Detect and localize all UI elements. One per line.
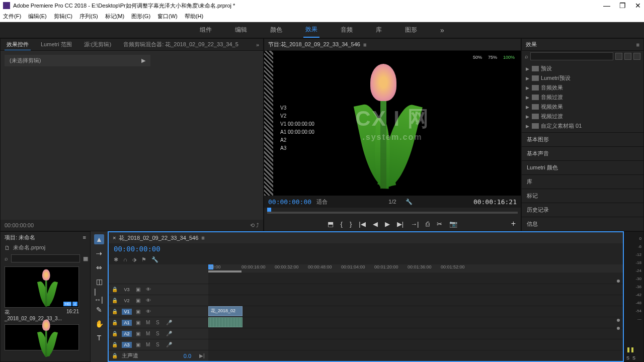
tab-essential-graphics[interactable]: 基本图形 (522, 132, 643, 146)
track-v1[interactable]: 🔒V1▣👁 (109, 306, 208, 317)
workspace-assembly[interactable]: 组件 (198, 23, 214, 37)
tab-history[interactable]: 历史记录 (522, 203, 643, 217)
master-value[interactable]: 0.0 (184, 353, 191, 359)
program-zoom-select[interactable]: 1/2 (388, 199, 396, 205)
no-clip-row[interactable]: (未选择剪辑) ▶ (5, 55, 150, 66)
razor-tool[interactable]: ◫ (94, 277, 104, 287)
linked-sel-icon[interactable]: ∩ (123, 256, 127, 262)
snap-icon[interactable]: ✱ (114, 256, 118, 263)
tab-effect-controls[interactable]: 效果控件 (5, 39, 31, 50)
project-clip-thumb-2[interactable] (5, 324, 79, 350)
effects-menu-icon[interactable]: ≡ (636, 42, 639, 48)
bracket-in-icon[interactable]: { (341, 220, 343, 228)
project-search-input[interactable] (11, 254, 80, 262)
menu-marker[interactable]: 标记(M) (105, 13, 125, 20)
tab-source-noclip[interactable]: 源:(无剪辑) (82, 39, 113, 50)
program-menu-icon[interactable]: ≡ (363, 42, 366, 48)
hand-tool[interactable]: ✋ (94, 319, 104, 329)
menu-clip[interactable]: 剪辑(C) (54, 13, 72, 20)
solo-r[interactable]: S (632, 355, 635, 360)
goto-in-icon[interactable]: |◀ (359, 220, 365, 228)
project-folder-icon[interactable]: ▦ (83, 255, 88, 262)
workspace-more[interactable]: » (438, 23, 446, 37)
fx-badge-1-icon[interactable] (615, 53, 622, 60)
program-ruler[interactable] (264, 208, 521, 217)
extract-icon[interactable]: ✂ (437, 220, 442, 228)
workspace-audio[interactable]: 音频 (339, 23, 355, 37)
step-fwd-icon[interactable]: ▶| (397, 220, 404, 228)
tab-essential-sound[interactable]: 基本声音 (522, 146, 643, 160)
project-menu-icon[interactable]: ≡ (83, 234, 86, 240)
mark-in-icon[interactable]: ⬒ (328, 220, 334, 228)
workspace-editing[interactable]: 编辑 (233, 23, 249, 37)
menu-window[interactable]: 窗口(W) (157, 13, 178, 20)
workspace-libraries[interactable]: 库 (374, 23, 384, 37)
menu-sequence[interactable]: 序列(S) (79, 13, 98, 20)
minimize-button[interactable]: — (603, 2, 610, 10)
effects-folder-video-trans[interactable]: ▶视频过渡 (522, 112, 643, 121)
menu-help[interactable]: 帮助(H) (185, 13, 203, 20)
slip-tool[interactable]: |↔| (94, 291, 104, 301)
project-clip-thumb[interactable]: HD♫ (5, 266, 79, 308)
menu-file[interactable]: 文件(F) (3, 13, 21, 20)
tab-markers[interactable]: 标记 (522, 189, 643, 203)
effects-folder-custom-bin[interactable]: ▶自定义素材箱 01 (522, 121, 643, 131)
menu-edit[interactable]: 编辑(E) (28, 13, 47, 20)
tab-audio-clip-mixer[interactable]: 音频剪辑混合器: 花_2018_02_09_22_33_34_5 (121, 39, 240, 50)
track-master[interactable]: 🔒主声道0.0▶| (109, 350, 208, 361)
goto-out-icon[interactable]: →| (411, 220, 419, 228)
add-button-icon[interactable]: + (511, 219, 516, 228)
timeline-close[interactable]: × (113, 235, 116, 241)
pen-tool[interactable]: ✎ (94, 305, 104, 315)
flag-icon[interactable]: ⚑ (141, 256, 146, 263)
track-v3[interactable]: 🔒V3▣👁 (109, 284, 208, 295)
audio-clip-a1[interactable] (208, 317, 243, 327)
keyframe-dot[interactable] (617, 327, 620, 330)
timeline-seq-name[interactable]: 花_2018_02_09_22_33_34_546 (119, 234, 198, 242)
tab-libraries[interactable]: 库 (522, 174, 643, 189)
tab-lumetri-color[interactable]: Lumetri 颜色 (522, 160, 643, 174)
marker-icon[interactable]: ⬗ (132, 256, 136, 263)
timeline-ruler[interactable]: 00:00 00:00:16:00 00:00:32:00 00:00:48:0… (208, 264, 623, 273)
fx-badge-3-icon[interactable] (633, 53, 640, 60)
program-tc-current[interactable]: 00:00:00:00 (268, 198, 311, 206)
track-select-tool[interactable]: ⇢ (94, 248, 104, 258)
effects-search-input[interactable] (530, 52, 613, 60)
ripple-tool[interactable]: ⇔ (94, 262, 104, 273)
program-fit[interactable]: 适合 (316, 198, 328, 206)
track-a2[interactable]: 🔒A2▣MS🎤 (109, 328, 208, 339)
track-v2[interactable]: 🔒V2▣👁 (109, 295, 208, 306)
selection-tool[interactable]: ▲ (94, 234, 104, 244)
play-icon[interactable]: ▶ (385, 220, 390, 228)
tab-lumetri-scopes[interactable]: Lumetri 范围 (39, 39, 74, 50)
effects-folder-lumetri[interactable]: ▶Lumetri预设 (522, 73, 643, 83)
effects-folder-audio-fx[interactable]: ▶音频效果 (522, 83, 643, 93)
effects-folder-presets[interactable]: ▶预设 (522, 64, 643, 73)
effects-folder-audio-trans[interactable]: ▶音频过渡 (522, 93, 643, 102)
workspace-graphics[interactable]: 图形 (403, 23, 419, 37)
settings-icon[interactable]: 🔧 (151, 256, 158, 263)
track-a1[interactable]: 🔒A1▣MS🎤 (109, 317, 208, 328)
type-tool[interactable]: T (94, 333, 104, 343)
effects-folder-video-fx[interactable]: ▶视频效果 (522, 102, 643, 112)
workspace-color[interactable]: 颜色 (268, 23, 284, 37)
track-a3[interactable]: 🔒A3▣MS🎤 (109, 339, 208, 350)
step-back-icon[interactable]: ◀ (373, 220, 378, 228)
timeline-timecode[interactable]: 00:00:00:00 (114, 245, 160, 253)
bracket-out-icon[interactable]: } (350, 220, 352, 228)
export-frame-icon[interactable]: 📷 (449, 220, 457, 228)
source-overflow[interactable]: » (256, 42, 259, 48)
menu-graphics[interactable]: 图形(G) (131, 13, 150, 20)
keyframe-dot[interactable] (617, 280, 620, 283)
tab-info[interactable]: 信息 (522, 217, 643, 231)
playhead-icon[interactable] (267, 208, 271, 212)
video-clip-v1[interactable]: 花_2018_02 (208, 306, 243, 316)
workspace-effects[interactable]: 效果 (303, 22, 319, 38)
maximize-button[interactable]: ❐ (619, 2, 626, 10)
program-monitor[interactable]: 50% 75% 100% V3 V2 V1 00:00:00:00 A1 00:… (264, 51, 521, 196)
wrench-icon[interactable]: 🔧 (406, 199, 413, 205)
keyframe-dot[interactable] (617, 319, 620, 322)
fx-badge-2-icon[interactable] (624, 53, 631, 60)
timeline-seq-menu[interactable]: ≡ (201, 235, 204, 241)
close-button[interactable]: ✕ (635, 2, 641, 10)
